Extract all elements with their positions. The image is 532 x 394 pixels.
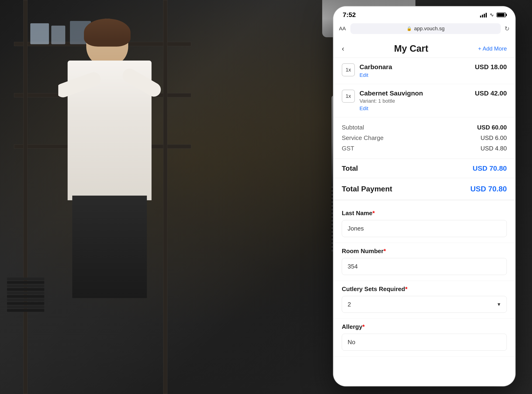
last-name-label: Last Name*: [342, 210, 507, 217]
signal-icon: [480, 12, 487, 17]
allergy-label: Allergy*: [342, 323, 507, 330]
phone-frame: 7:52 ∿ AA 🔒 app.vouch.sg ↻: [333, 6, 515, 386]
price-summary: Subtotal USD 60.00 Service Charge USD 6.…: [333, 117, 515, 159]
total-row: Total USD 70.80: [333, 159, 515, 178]
back-button[interactable]: ‹: [342, 44, 344, 53]
status-icons: ∿: [480, 12, 506, 18]
app-content: ‹ My Cart + Add More 1x Carbonara Edit U…: [333, 38, 515, 386]
last-name-input[interactable]: [342, 220, 507, 237]
plates-stack: [7, 278, 49, 347]
total-payment-label: Total Payment: [342, 185, 392, 193]
cutlery-select[interactable]: 1 2 3 4 5: [342, 296, 507, 313]
qty-badge-2: 1x: [342, 90, 355, 103]
kitchen-container-1: [30, 23, 49, 44]
total-payment-value: USD 70.80: [470, 185, 507, 193]
item-price-2: USD 42.00: [475, 90, 507, 97]
lock-icon: 🔒: [407, 26, 412, 31]
url-bar[interactable]: 🔒 app.vouch.sg: [350, 23, 501, 34]
chef-figure: [58, 19, 170, 298]
cart-header: ‹ My Cart + Add More: [333, 38, 515, 57]
qty-badge-1: 1x: [342, 63, 355, 76]
gst-value: USD 4.80: [480, 145, 507, 152]
total-label: Total: [342, 164, 358, 172]
cutlery-group: Cutlery Sets Required* 1 2 3 4 5 ▼: [333, 281, 515, 319]
cart-item-cabernet: 1x Cabernet Sauvignon Variant: 1 bottle …: [333, 84, 515, 117]
last-name-group: Last Name*: [333, 205, 515, 243]
room-number-label: Room Number*: [342, 248, 507, 255]
service-charge-value: USD 6.00: [480, 134, 507, 142]
add-more-button[interactable]: + Add More: [478, 45, 507, 52]
allergy-group: Allergy*: [333, 319, 515, 357]
gst-row: GST USD 4.80: [342, 145, 507, 152]
wifi-icon: ∿: [489, 12, 494, 18]
form-section: Last Name* Room Number* Cutlery Sets Req…: [333, 200, 515, 361]
status-time: 7:52: [343, 11, 356, 19]
total-value: USD 70.80: [473, 164, 507, 172]
room-number-input[interactable]: [342, 258, 507, 275]
cart-title: My Cart: [394, 43, 428, 54]
service-charge-label: Service Charge: [342, 134, 383, 142]
item-name-2: Cabernet Sauvignon: [360, 90, 470, 97]
gst-label: GST: [342, 145, 354, 152]
cutlery-label: Cutlery Sets Required*: [342, 285, 507, 293]
total-payment-row: Total Payment USD 70.80: [333, 178, 515, 200]
item-edit-2[interactable]: Edit: [360, 105, 470, 112]
item-details-2: Cabernet Sauvignon Variant: 1 bottle Edi…: [360, 90, 470, 112]
subtotal-row: Subtotal USD 60.00: [342, 124, 507, 131]
item-name-1: Carbonara: [360, 63, 470, 71]
room-number-group: Room Number*: [333, 243, 515, 281]
status-bar: 7:52 ∿: [333, 6, 515, 21]
service-charge-row: Service Charge USD 6.00: [342, 134, 507, 142]
battery-icon: [497, 13, 506, 17]
item-edit-1[interactable]: Edit: [360, 72, 470, 78]
item-price-1: USD 18.00: [475, 63, 507, 71]
item-details-1: Carbonara Edit: [360, 63, 470, 78]
browser-bar[interactable]: AA 🔒 app.vouch.sg ↻: [333, 21, 515, 38]
browser-aa-button[interactable]: AA: [339, 26, 346, 32]
item-variant-2: Variant: 1 bottle: [360, 98, 470, 104]
cutlery-select-wrapper: 1 2 3 4 5 ▼: [342, 296, 507, 313]
subtotal-label: Subtotal: [342, 124, 364, 131]
url-text: app.vouch.sg: [414, 26, 445, 32]
allergy-input[interactable]: [342, 334, 507, 351]
subtotal-value: USD 60.00: [477, 124, 507, 131]
reload-button[interactable]: ↻: [505, 25, 510, 32]
cart-item-carbonara: 1x Carbonara Edit USD 18.00: [333, 58, 515, 84]
